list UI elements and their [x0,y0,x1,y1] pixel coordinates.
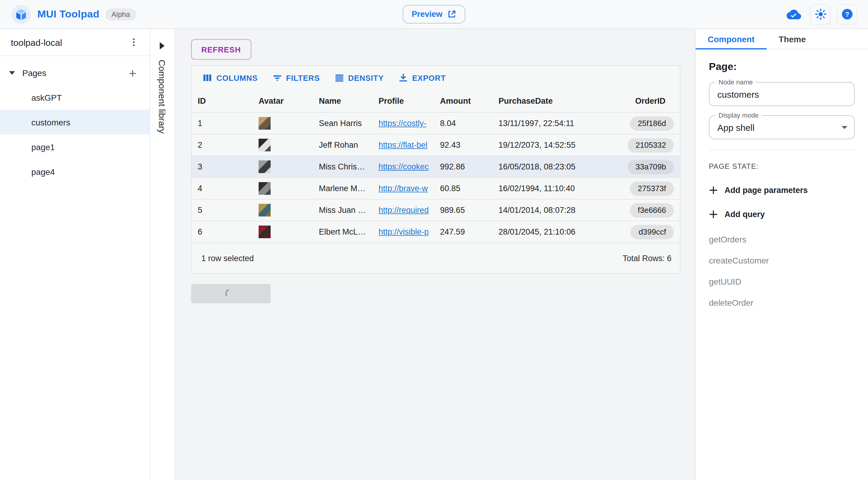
table-row[interactable]: 2 Jeff Rohan https://flat-bel 92.43 19/1… [192,134,680,156]
cell-name: Elbert McL… [313,227,373,236]
tab-theme[interactable]: Theme [767,29,818,49]
page-canvas: REFRESH COLUMNS [175,29,695,480]
query-item-createcustomer[interactable]: createCustomer [709,256,855,265]
cell-purchasedate: 14/01/2014, 08:07:28 [493,206,624,215]
order-id-chip: 2105332 [628,138,674,152]
sidebar-item-customers[interactable]: customers [0,110,150,134]
avatar [258,226,271,238]
query-list: getOrders createCustomer getUUID deleteO… [709,235,855,307]
sidebar-item-askgpt[interactable]: askGPT [0,85,150,110]
export-label: EXPORT [412,73,446,82]
component-library-label[interactable]: Component library [157,60,167,133]
cell-amount: 247.59 [434,227,493,236]
page-heading: Page: [709,61,855,73]
inspector-tabs: Component Theme [695,29,868,50]
inspector-content: Page: Node name Display mode App shell P… [695,61,868,307]
display-mode-label: Display mode [715,112,762,119]
project-menu-button[interactable] [125,34,142,51]
col-header-name[interactable]: Name [313,96,373,106]
tab-component[interactable]: Component [695,29,767,49]
add-page-button[interactable]: + [124,64,141,82]
left-sidebar: toolpad-local Pages + askGPT customers p… [0,29,150,480]
table-row[interactable]: 4 Marlene M… http://brave-w 60.85 16/02/… [192,177,680,199]
open-in-new-icon [447,10,456,19]
col-header-avatar[interactable]: Avatar [253,96,313,106]
col-header-profile[interactable]: Profile [373,96,434,106]
cell-name: Miss Chris… [313,162,373,171]
avatar [258,182,271,195]
svg-text:?: ? [845,10,849,18]
grid-rows: 1 Sean Harris https://costly- 8.04 13/11… [192,112,680,242]
col-header-amount[interactable]: Amount [434,96,493,106]
node-name-input[interactable] [710,83,854,106]
cell-name: Marlene M… [313,184,373,193]
display-mode-select[interactable]: Display mode App shell [709,115,855,139]
refresh-button[interactable]: REFRESH [191,39,251,60]
sun-icon [814,8,827,21]
export-button[interactable]: EXPORT [393,69,451,87]
cell-purchasedate: 28/01/2045, 21:10:06 [493,227,624,236]
display-mode-value: App shell [710,122,762,132]
cell-name: Sean Harris [313,119,373,128]
preview-button[interactable]: Preview [403,5,465,24]
order-id-chip: 275373f [630,181,674,196]
theme-toggle-button[interactable] [810,4,831,24]
grid-footer: 1 row selected Total Rows: 6 [192,242,680,273]
query-item-deleteorder[interactable]: deleteOrder [709,298,855,307]
table-row[interactable]: 5 Miss Juan … http://required 989.65 14/… [192,199,680,221]
cloud-done-button[interactable] [784,4,804,24]
cell-id: 6 [192,227,253,236]
sidebar-item-page4[interactable]: page4 [0,159,150,184]
add-page-parameters-button[interactable]: Add page parameters [709,186,855,195]
expand-library-icon[interactable] [160,42,164,50]
node-name-field[interactable]: Node name [709,82,855,106]
app-title: MUI Toolpad [37,8,99,20]
divider [709,150,855,150]
pages-header: Pages + [0,61,150,85]
cell-name: Jeff Rohan [313,141,373,150]
col-header-purchasedate[interactable]: PurchaseDate [493,96,624,106]
filters-label: FILTERS [286,73,320,82]
more-vert-icon [129,37,138,47]
profile-link[interactable]: http://required [378,206,429,215]
collapse-caret-icon[interactable] [9,71,15,75]
avatar [258,139,271,151]
query-item-getuuid[interactable]: getUUID [709,277,855,287]
loading-button[interactable] [191,284,271,303]
filters-button[interactable]: FILTERS [267,69,324,87]
profile-link[interactable]: http://visible-p [378,227,429,236]
preview-label: Preview [412,10,442,19]
table-row[interactable]: 6 Elbert McL… http://visible-p 247.59 28… [192,221,680,242]
profile-link[interactable]: https://cookec [378,162,429,171]
add-query-label: Add query [724,210,765,219]
profile-link[interactable]: http://brave-w [378,184,428,193]
col-header-orderid[interactable]: OrderID [624,96,680,106]
inspector-panel: Component Theme Page: Node name Display … [695,29,868,480]
density-icon [334,73,344,83]
columns-button[interactable]: COLUMNS [198,69,262,87]
help-button[interactable]: ? [837,4,857,24]
sidebar-item-page1[interactable]: page1 [0,134,150,159]
download-icon [398,73,408,83]
density-label: DENSITY [348,73,384,82]
cell-amount: 8.04 [434,119,493,128]
profile-link[interactable]: https://costly- [378,119,427,128]
alpha-badge: Alpha [105,8,136,20]
view-columns-icon [203,73,212,83]
query-item-getorders[interactable]: getOrders [709,235,855,244]
add-query-button[interactable]: Add query [709,210,855,219]
col-header-id[interactable]: ID [192,96,253,106]
cell-amount: 60.85 [434,184,493,193]
cell-name: Miss Juan … [313,206,373,215]
table-row-selected[interactable]: 3 Miss Chris… https://cookec 992.86 16/0… [192,156,680,177]
add-page-parameters-label: Add page parameters [724,186,808,195]
profile-link[interactable]: https://flat-bel [378,141,427,150]
plus-icon [709,210,718,219]
avatar [258,160,271,173]
project-row: toolpad-local [0,29,150,56]
rows-selected-text: 1 row selected [201,253,254,263]
order-id-chip: f3e6666 [630,203,674,217]
table-row[interactable]: 1 Sean Harris https://costly- 8.04 13/11… [192,112,680,134]
top-bar: MUI Toolpad Alpha Preview [0,0,868,29]
density-button[interactable]: DENSITY [330,69,389,87]
